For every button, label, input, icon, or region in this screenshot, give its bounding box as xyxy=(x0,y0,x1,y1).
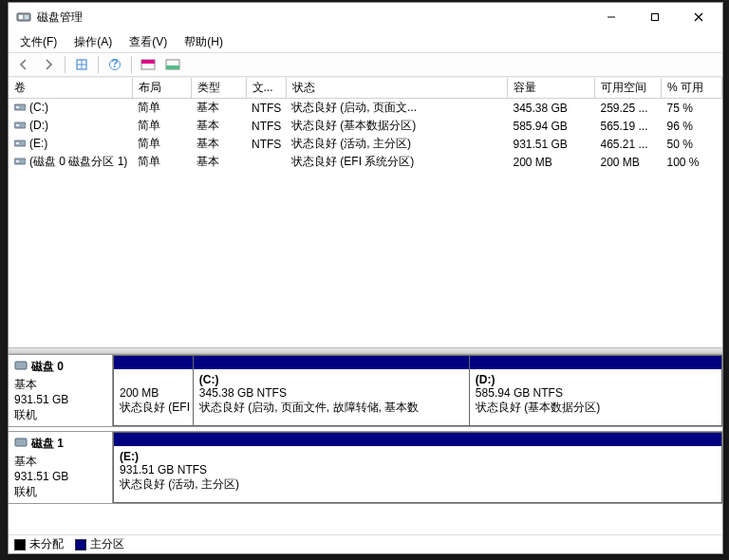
svg-rect-22 xyxy=(14,159,26,164)
view-top-button[interactable] xyxy=(137,54,159,75)
menu-view[interactable]: 查看(V) xyxy=(122,32,175,52)
partition[interactable]: 200 MB状态良好 (EFI 系 xyxy=(114,356,194,425)
partition[interactable]: (C:)345.38 GB NTFS状态良好 (启动, 页面文件, 故障转储, … xyxy=(194,356,470,425)
partition-size: 585.94 GB NTFS xyxy=(476,386,716,400)
col-layout[interactable]: 布局 xyxy=(132,78,191,99)
disk-state: 联机 xyxy=(14,484,106,499)
partition-status: 状态良好 (活动, 主分区) xyxy=(120,476,716,493)
volume-name: (磁盘 0 磁盘分区 1) xyxy=(29,154,127,170)
svg-rect-4 xyxy=(652,14,659,21)
legend-bar: 未分配 主分区 xyxy=(9,534,722,553)
maximize-button[interactable] xyxy=(633,3,677,31)
table-row[interactable]: (C:)简单基本NTFS状态良好 (启动, 页面文...345.38 GB259… xyxy=(9,99,722,118)
volume-list-pane[interactable]: 卷 布局 类型 文... 状态 容量 可用空间 % 可用 (C:)简单基本NTF… xyxy=(9,77,722,347)
minimize-button[interactable] xyxy=(589,3,633,31)
col-type[interactable]: 类型 xyxy=(191,78,246,99)
partition-status: 状态良好 (EFI 系 xyxy=(120,400,187,416)
cell-capacity: 345.38 GB xyxy=(508,99,595,118)
volume-table: 卷 布局 类型 文... 状态 容量 可用空间 % 可用 (C:)简单基本NTF… xyxy=(9,78,722,171)
forward-button[interactable] xyxy=(37,54,60,75)
volume-name: (E:) xyxy=(29,137,47,150)
title-bar[interactable]: 磁盘管理 xyxy=(9,3,722,31)
partition[interactable]: (D:)585.94 GB NTFS状态良好 (基本数据分区) xyxy=(470,356,721,425)
col-pct[interactable]: % 可用 xyxy=(662,78,722,99)
svg-rect-17 xyxy=(16,106,19,108)
col-volume[interactable]: 卷 xyxy=(9,78,132,99)
partition-color-bar xyxy=(114,433,721,446)
svg-rect-2 xyxy=(25,15,28,19)
volume-icon xyxy=(14,138,26,149)
cell-status: 状态良好 (EFI 系统分区) xyxy=(286,153,508,171)
disk-icon xyxy=(14,437,28,451)
table-row[interactable]: (E:)简单基本NTFS状态良好 (活动, 主分区)931.51 GB465.2… xyxy=(9,135,722,153)
partition-status: 状态良好 (基本数据分区) xyxy=(476,400,716,416)
volume-icon xyxy=(14,102,26,113)
pane-splitter[interactable] xyxy=(9,347,722,354)
refresh-button[interactable] xyxy=(70,54,93,75)
svg-rect-20 xyxy=(14,140,26,146)
cell-free: 259.25 ... xyxy=(595,99,662,118)
cell-layout: 简单 xyxy=(132,153,191,171)
cell-type: 基本 xyxy=(191,117,246,135)
menu-action[interactable]: 操作(A) xyxy=(66,32,120,52)
window-title: 磁盘管理 xyxy=(37,9,589,26)
col-status[interactable]: 状态 xyxy=(286,78,508,99)
col-free[interactable]: 可用空间 xyxy=(595,78,662,99)
help-button[interactable]: ? xyxy=(103,54,126,75)
cell-fs: NTFS xyxy=(246,99,286,118)
disk-info[interactable]: 磁盘 0基本931.51 GB联机 xyxy=(9,355,113,426)
unallocated-swatch-icon xyxy=(14,539,26,551)
toolbar-separator xyxy=(65,56,65,73)
view-bottom-button[interactable] xyxy=(161,54,184,75)
partition[interactable]: (E:)931.51 GB NTFS状态良好 (活动, 主分区) xyxy=(114,433,721,502)
legend-unallocated: 未分配 xyxy=(14,536,64,552)
cell-status: 状态良好 (活动, 主分区) xyxy=(286,135,508,153)
toolbar-separator xyxy=(98,56,99,73)
table-row[interactable]: (磁盘 0 磁盘分区 1)简单基本状态良好 (EFI 系统分区)200 MB20… xyxy=(9,153,722,171)
col-fs[interactable]: 文... xyxy=(246,78,286,99)
cell-layout: 简单 xyxy=(132,117,191,135)
cell-free: 200 MB xyxy=(595,153,662,171)
svg-rect-21 xyxy=(16,142,19,144)
svg-rect-24 xyxy=(15,362,27,369)
disk-size: 931.51 GB xyxy=(14,469,106,484)
cell-type: 基本 xyxy=(191,135,246,153)
disk-label: 磁盘 1 xyxy=(31,436,64,452)
svg-rect-15 xyxy=(166,65,179,69)
cell-capacity: 200 MB xyxy=(508,153,595,171)
cell-pct: 96 % xyxy=(662,117,722,135)
disk-bars: 200 MB状态良好 (EFI 系(C:)345.38 GB NTFS状态良好 … xyxy=(113,355,722,426)
svg-rect-16 xyxy=(14,104,26,110)
content-area: 卷 布局 类型 文... 状态 容量 可用空间 % 可用 (C:)简单基本NTF… xyxy=(9,77,722,553)
cell-type: 基本 xyxy=(191,153,246,171)
partition-status: 状态良好 (启动, 页面文件, 故障转储, 基本数 xyxy=(199,400,463,416)
cell-capacity: 931.51 GB xyxy=(508,135,595,153)
disk-management-window: 磁盘管理 文件(F) 操作(A) 查看(V) 帮助(H) ? xyxy=(8,2,723,554)
cell-layout: 简单 xyxy=(132,99,191,118)
menu-bar: 文件(F) 操作(A) 查看(V) 帮助(H) xyxy=(9,31,722,52)
app-icon xyxy=(16,9,31,25)
disk-map-pane[interactable]: 磁盘 0基本931.51 GB联机200 MB状态良好 (EFI 系(C:)34… xyxy=(9,354,722,534)
back-button[interactable] xyxy=(12,54,35,75)
partition-name: (C:) xyxy=(199,373,463,386)
cell-free: 465.21 ... xyxy=(595,135,662,153)
partition-size: 931.51 GB NTFS xyxy=(120,463,716,476)
partition-name: (D:) xyxy=(476,373,716,386)
cell-status: 状态良好 (启动, 页面文... xyxy=(286,99,508,118)
volume-name: (D:) xyxy=(29,119,48,132)
menu-file[interactable]: 文件(F) xyxy=(12,32,65,52)
volume-header-row: 卷 布局 类型 文... 状态 容量 可用空间 % 可用 xyxy=(9,78,722,99)
toolbar-separator xyxy=(131,56,132,73)
cell-pct: 100 % xyxy=(662,153,722,171)
disk-kind: 基本 xyxy=(14,377,106,392)
close-button[interactable] xyxy=(677,3,720,31)
cell-pct: 75 % xyxy=(662,99,722,118)
svg-rect-1 xyxy=(19,15,23,19)
table-row[interactable]: (D:)简单基本NTFS状态良好 (基本数据分区)585.94 GB565.19… xyxy=(9,117,722,135)
col-capacity[interactable]: 容量 xyxy=(508,78,595,99)
disk-info[interactable]: 磁盘 1基本931.51 GB联机 xyxy=(9,432,113,503)
disk-kind: 基本 xyxy=(14,454,106,469)
svg-rect-19 xyxy=(16,124,19,126)
svg-rect-18 xyxy=(14,122,26,128)
menu-help[interactable]: 帮助(H) xyxy=(177,32,231,52)
